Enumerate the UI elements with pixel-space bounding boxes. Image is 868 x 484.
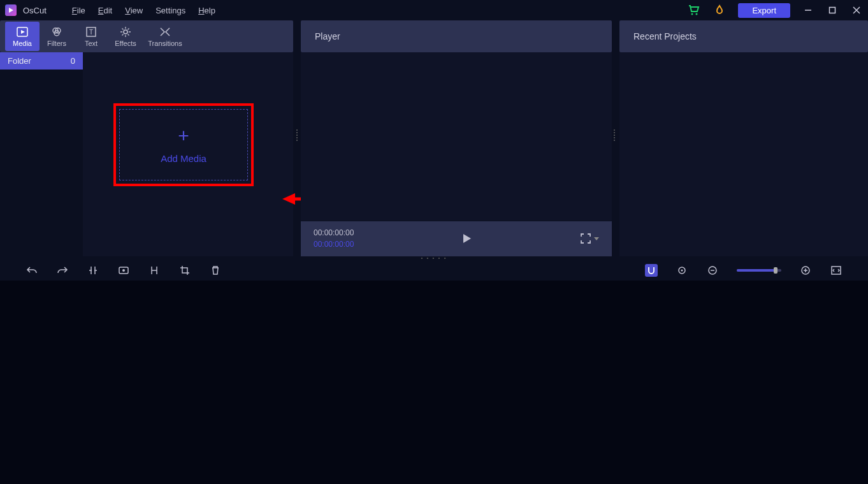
tab-media[interactable]: Media bbox=[5, 22, 40, 51]
main-area: Folder 0 + Add Media 00:00:00:00 bbox=[0, 52, 868, 256]
recent-panel-title: Recent Projects bbox=[633, 31, 697, 41]
timeline-toolbar bbox=[0, 260, 868, 281]
folder-item[interactable]: Folder 0 bbox=[0, 52, 83, 70]
player-panel: 00:00:00:00 00:00:00:00 bbox=[301, 52, 612, 256]
add-media-button[interactable]: + Add Media bbox=[113, 103, 254, 186]
fit-button[interactable] bbox=[830, 264, 843, 277]
menu-help[interactable]: Help bbox=[198, 6, 215, 15]
tab-text[interactable]: T Text bbox=[74, 22, 108, 51]
resize-handle-left[interactable] bbox=[296, 129, 299, 142]
menu-edit[interactable]: Edit bbox=[98, 6, 112, 15]
main-menu: File Edit View Settings Help bbox=[72, 6, 215, 15]
player-controls: 00:00:00:00 00:00:00:00 bbox=[301, 221, 612, 256]
tab-transitions[interactable]: Transitions bbox=[143, 22, 187, 51]
filters-icon bbox=[50, 26, 63, 38]
media-panel: Folder 0 + Add Media bbox=[0, 52, 293, 256]
crop-button[interactable] bbox=[178, 264, 191, 277]
svg-point-14 bbox=[124, 30, 127, 34]
titlebar: OsCut File Edit View Settings Help Expor… bbox=[0, 0, 868, 20]
svg-rect-4 bbox=[830, 8, 835, 13]
svg-point-2 bbox=[696, 13, 698, 15]
export-button[interactable]: Export bbox=[738, 3, 790, 18]
folder-item-count: 0 bbox=[71, 56, 75, 66]
player-time-total: 00:00:00:00 bbox=[314, 240, 354, 249]
svg-marker-8 bbox=[21, 30, 25, 34]
menu-view[interactable]: View bbox=[125, 6, 143, 15]
folder-sidebar: Folder 0 bbox=[0, 52, 83, 256]
player-time-current: 00:00:00:00 bbox=[314, 228, 354, 237]
folder-item-label: Folder bbox=[8, 56, 31, 66]
zoom-in-button[interactable] bbox=[799, 264, 812, 277]
resize-handle-right[interactable] bbox=[614, 129, 616, 142]
minimize-button[interactable] bbox=[802, 4, 814, 17]
app-name: OsCut bbox=[23, 6, 47, 15]
tab-transitions-label: Transitions bbox=[148, 40, 182, 47]
tab-effects[interactable]: Effects bbox=[108, 22, 143, 51]
tab-effects-label: Effects bbox=[115, 40, 136, 47]
tab-filters[interactable]: Filters bbox=[40, 22, 74, 51]
effects-icon bbox=[119, 26, 132, 38]
svg-point-22 bbox=[681, 269, 683, 271]
svg-text:T: T bbox=[89, 29, 93, 36]
undo-button[interactable] bbox=[25, 264, 38, 277]
chevron-down-icon bbox=[594, 236, 599, 241]
media-icon bbox=[16, 26, 29, 38]
player-panel-title: Player bbox=[315, 31, 340, 41]
app-logo bbox=[5, 4, 17, 16]
play-button[interactable] bbox=[461, 232, 474, 245]
trim-button[interactable] bbox=[148, 264, 161, 277]
snap-toggle[interactable] bbox=[645, 264, 658, 277]
redo-button[interactable] bbox=[56, 264, 69, 277]
media-drop-area: + Add Media bbox=[83, 52, 293, 256]
recent-panel-header: Recent Projects bbox=[619, 20, 868, 52]
tab-bar: Media Filters T Text Effects Transitions… bbox=[0, 20, 868, 52]
marker-button[interactable] bbox=[676, 264, 688, 277]
svg-marker-18 bbox=[594, 237, 599, 240]
fullscreen-button[interactable] bbox=[580, 233, 599, 244]
menu-file[interactable]: File bbox=[72, 6, 85, 15]
svg-point-20 bbox=[122, 269, 125, 272]
zoom-slider[interactable] bbox=[737, 269, 781, 272]
timeline[interactable] bbox=[0, 281, 868, 485]
record-button[interactable] bbox=[117, 264, 130, 277]
svg-marker-0 bbox=[9, 8, 13, 13]
zoom-out-button[interactable] bbox=[706, 264, 719, 277]
svg-marker-17 bbox=[463, 234, 471, 243]
player-viewport[interactable] bbox=[301, 52, 612, 221]
tab-media-label: Media bbox=[13, 40, 32, 47]
player-panel-header: Player bbox=[301, 20, 612, 52]
promo-icon[interactable] bbox=[712, 3, 727, 17]
split-button[interactable] bbox=[87, 264, 99, 277]
transitions-icon bbox=[159, 26, 171, 38]
delete-button[interactable] bbox=[209, 264, 222, 277]
svg-point-1 bbox=[691, 13, 693, 15]
tab-filters-label: Filters bbox=[47, 40, 66, 47]
maximize-button[interactable] bbox=[826, 4, 839, 17]
text-icon: T bbox=[85, 26, 98, 38]
cart-icon[interactable] bbox=[687, 3, 701, 17]
menu-settings[interactable]: Settings bbox=[156, 6, 185, 15]
tab-text-label: Text bbox=[85, 40, 98, 47]
recent-projects-panel bbox=[619, 52, 868, 256]
close-button[interactable] bbox=[850, 4, 863, 17]
